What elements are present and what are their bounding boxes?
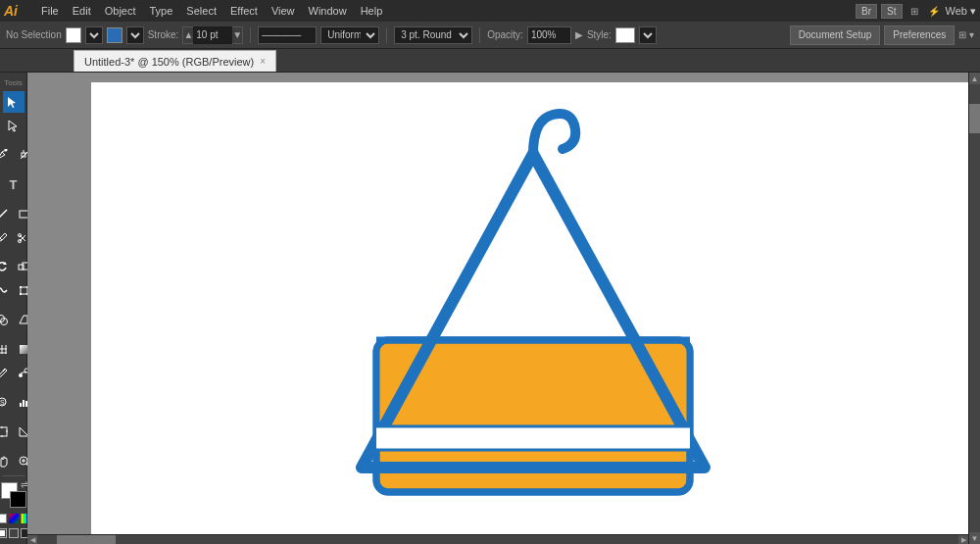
svg-point-25 xyxy=(19,373,23,377)
st-button[interactable]: St xyxy=(881,4,902,19)
workspace-selector[interactable]: Web ▾ xyxy=(946,5,976,18)
main-layout: Tools T xyxy=(0,73,980,544)
pencil-tool[interactable] xyxy=(0,226,14,248)
opacity-label: Opacity: xyxy=(487,29,523,40)
hand-tool[interactable] xyxy=(0,450,14,471)
document-setup-button[interactable]: Document Setup xyxy=(790,25,881,45)
vertical-scrollbar: ▲ ▼ xyxy=(968,73,980,544)
svg-rect-30 xyxy=(23,400,24,407)
svg-point-2 xyxy=(5,149,8,152)
h-scroll-thumb[interactable] xyxy=(57,535,116,544)
type-tool[interactable]: T xyxy=(3,173,24,195)
h-scroll-track xyxy=(37,535,958,544)
stroke-type-dropdown[interactable]: Uniform xyxy=(320,26,379,44)
menu-right: Br St ⊞ ⚡ Web ▾ xyxy=(856,4,976,19)
none-swatch[interactable] xyxy=(0,514,7,523)
menu-select[interactable]: Select xyxy=(180,3,222,19)
menu-effect[interactable]: Effect xyxy=(224,3,264,19)
svg-line-4 xyxy=(0,210,7,219)
stroke-weight-input[interactable] xyxy=(193,26,232,44)
selection-label: No Selection xyxy=(6,29,62,40)
app-logo: Ai xyxy=(4,3,27,19)
horizontal-scrollbar: ◀ ▶ xyxy=(27,534,968,544)
symbol-tool[interactable]: S xyxy=(0,391,14,413)
svg-marker-1 xyxy=(9,121,17,131)
scroll-right-button[interactable]: ▶ xyxy=(958,535,968,545)
menu-object[interactable]: Object xyxy=(99,3,142,19)
preferences-button[interactable]: Preferences xyxy=(884,25,955,45)
menu-window[interactable]: Window xyxy=(303,3,353,19)
stroke-color-dropdown[interactable]: ▾ xyxy=(126,26,144,44)
shape-builder-tool[interactable] xyxy=(0,309,14,330)
scroll-down-button[interactable]: ▼ xyxy=(969,532,981,544)
style-dropdown[interactable]: ▾ xyxy=(639,26,657,44)
artwork xyxy=(313,105,754,517)
menu-bar: Ai File Edit Object Type Select Effect V… xyxy=(0,0,980,22)
scroll-track xyxy=(969,84,980,532)
svg-rect-29 xyxy=(20,403,22,407)
tab-bar: Untitled-3* @ 150% (RGB/Preview) × xyxy=(0,49,980,73)
stroke-cap-dropdown[interactable]: 3 pt. Round xyxy=(394,26,472,44)
control-bar: No Selection ▾ ▾ Stroke: ▲ ▼ Uniform 3 p… xyxy=(0,22,980,49)
mesh-tool[interactable] xyxy=(0,338,14,360)
line-tool[interactable] xyxy=(0,203,14,224)
svg-rect-11 xyxy=(21,287,27,294)
canvas-area: ▲ ▼ ◀ ▶ xyxy=(27,73,980,544)
bridge-button[interactable]: Br xyxy=(856,4,877,19)
stroke-label: Stroke: xyxy=(148,29,179,40)
stroke-weight-up[interactable]: ▼ xyxy=(232,29,242,40)
svg-rect-12 xyxy=(20,286,22,288)
menu-file[interactable]: File xyxy=(35,3,65,19)
svg-marker-0 xyxy=(8,97,16,108)
arrange-btn[interactable]: ⊞ ▾ xyxy=(958,29,974,40)
pen-tool[interactable] xyxy=(0,144,14,166)
menu-type[interactable]: Type xyxy=(144,3,179,19)
artboard-tool[interactable] xyxy=(0,420,14,442)
scroll-up-button[interactable]: ▲ xyxy=(969,73,981,84)
stroke-swatch[interactable] xyxy=(10,491,26,508)
color-mode-swatch[interactable] xyxy=(9,514,19,523)
screen-mode-full[interactable] xyxy=(9,528,19,538)
svg-text:S: S xyxy=(0,399,5,406)
tools-label: Tools xyxy=(0,76,26,89)
menu-edit[interactable]: Edit xyxy=(67,3,97,19)
artboard xyxy=(91,82,975,539)
style-label: Style: xyxy=(587,29,612,40)
opacity-expand[interactable]: ▶ xyxy=(575,29,583,40)
tab-close-button[interactable]: × xyxy=(260,56,266,67)
menu-view[interactable]: View xyxy=(266,3,301,19)
stroke-line-input[interactable] xyxy=(258,26,317,44)
document-tab[interactable]: Untitled-3* @ 150% (RGB/Preview) × xyxy=(74,50,276,72)
fill-dropdown[interactable]: ▾ xyxy=(85,26,103,44)
left-toolbar: Tools T xyxy=(0,73,27,544)
svg-rect-32 xyxy=(0,427,7,436)
warp-tool[interactable] xyxy=(0,279,14,301)
selection-tool[interactable] xyxy=(3,91,24,113)
style-box[interactable] xyxy=(615,27,635,43)
screen-mode-normal[interactable] xyxy=(0,528,7,538)
direct-selection-tool[interactable] xyxy=(3,115,24,136)
eyedropper-tool[interactable] xyxy=(0,362,14,383)
scroll-left-button[interactable]: ◀ xyxy=(27,535,37,545)
svg-rect-47 xyxy=(376,426,690,450)
tab-title: Untitled-3* @ 150% (RGB/Preview) xyxy=(84,56,254,68)
rotate-tool[interactable] xyxy=(0,256,14,277)
stroke-weight-down[interactable]: ▲ xyxy=(183,29,193,40)
menu-help[interactable]: Help xyxy=(355,3,389,19)
stroke-color-box[interactable] xyxy=(107,27,122,43)
fill-color-box[interactable] xyxy=(66,27,81,43)
scroll-thumb[interactable] xyxy=(969,104,980,133)
color-area: ⇌ xyxy=(0,473,30,542)
svg-rect-14 xyxy=(20,293,22,295)
opacity-input[interactable] xyxy=(527,26,571,44)
